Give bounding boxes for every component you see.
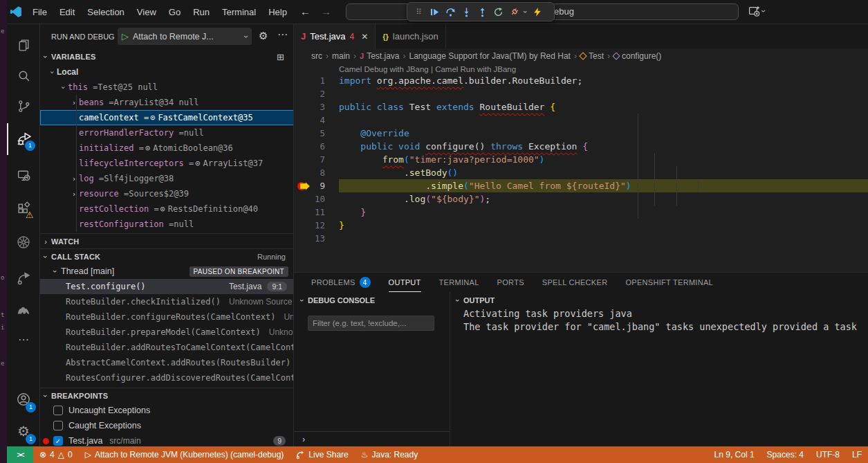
breadcrumb-item[interactable]: Test	[580, 51, 604, 61]
menu-edit[interactable]: Edit	[53, 4, 81, 21]
tab-launch.json[interactable]: {}launch.json	[376, 24, 445, 48]
codelens[interactable]: Camel Debug with JBang | Camel Run with …	[339, 65, 516, 73]
breakpoint-row[interactable]: Caught Exceptions	[40, 418, 294, 433]
hot-code-replace-icon[interactable]	[532, 6, 543, 17]
menu-selection[interactable]: Selection	[81, 4, 130, 21]
layout-controls[interactable]: ›	[748, 5, 765, 17]
debug-settings-gear-icon[interactable]: ⚙	[259, 30, 268, 42]
variable-row-resource[interactable]: ›resource = Sources$2@39	[40, 186, 294, 201]
more-views-icon[interactable]: ⋯	[7, 324, 40, 354]
line-number[interactable]: 6	[294, 140, 325, 153]
chevron-right-icon[interactable]: ›	[69, 98, 79, 107]
breakpoint-row[interactable]: Uncaught Exceptions	[40, 403, 294, 418]
variable-row-lifecycleInterceptors[interactable]: lifecycleInterceptors = ⊙ArrayList@37	[40, 156, 294, 171]
output-pane-header[interactable]: › OUTPUT	[452, 292, 495, 309]
debug-config-dropdown[interactable]: ▷ Attach to Remote J... ›	[118, 28, 252, 45]
remote-indicator[interactable]: ><	[7, 446, 33, 463]
remote-explorer-icon[interactable]	[7, 160, 40, 190]
stack-frame[interactable]: Test.configure()Test.java9:1	[40, 279, 294, 294]
line-number[interactable]: 1	[294, 74, 325, 87]
breadcrumb-item[interactable]: configure()	[613, 51, 661, 61]
stack-frame[interactable]: RouteBuilder.prepareModel(CamelContext)U…	[40, 325, 294, 340]
line-number[interactable]: 11	[294, 206, 325, 219]
variable-row-errorHandlerFactory[interactable]: errorHandlerFactory = null	[40, 125, 294, 140]
breadcrumb-item[interactable]: Language Support for Java(TM) by Red Hat	[409, 51, 571, 61]
pane-divider[interactable]	[450, 292, 450, 447]
camel-icon[interactable]	[7, 294, 40, 325]
kubernetes-icon[interactable]	[7, 227, 40, 257]
stack-frame[interactable]: RouteBuilder.checkInitialized()Unknown S…	[40, 294, 294, 309]
breadcrumb-item[interactable]: main	[332, 51, 350, 61]
variable-row-this[interactable]: ›this = Test@25 null	[40, 80, 294, 95]
line-number[interactable]: 4	[294, 114, 325, 127]
thread-row[interactable]: › Thread [main] PAUSED ON BREAKPOINT	[40, 264, 294, 279]
restart-icon[interactable]	[492, 6, 504, 17]
menu-run[interactable]: Run	[187, 4, 216, 21]
variable-row-restCollection[interactable]: restCollection = ⊙RestsDefinition@40	[40, 201, 294, 217]
watch-section-header[interactable]: › WATCH	[40, 233, 294, 248]
variable-row-Local[interactable]: ›Local	[40, 64, 294, 80]
chevron-right-icon[interactable]: ›	[69, 174, 79, 183]
settings-gear-icon[interactable]: ⚙ 1	[7, 416, 40, 446]
menu-file[interactable]: File	[26, 4, 53, 21]
disconnect-icon[interactable]	[508, 6, 519, 17]
accounts-icon[interactable]: 1	[7, 384, 40, 415]
panel-tab-output[interactable]: OUTPUT	[389, 273, 421, 292]
menu-view[interactable]: View	[131, 4, 163, 21]
line-number[interactable]: 8	[294, 166, 325, 179]
chevron-right-icon[interactable]: ›	[69, 190, 79, 199]
step-over-icon[interactable]	[445, 6, 456, 17]
panel-tab-terminal[interactable]: TERMINAL	[439, 273, 479, 292]
stack-frame[interactable]: RoutesConfigurer.addDiscoveredRoutes(Cam…	[40, 370, 294, 385]
explorer-icon[interactable]	[7, 30, 40, 60]
java-status[interactable]: ♨ Java: Ready	[355, 446, 424, 463]
menu-terminal[interactable]: Terminal	[216, 4, 262, 21]
eye-icon[interactable]: ⊙	[150, 113, 155, 122]
breakpoints-section-header[interactable]: › BREAKPOINTS	[40, 388, 294, 403]
line-number[interactable]: 5	[294, 127, 325, 140]
panel-tab-problems[interactable]: PROBLEMS4	[311, 273, 371, 292]
checkbox[interactable]	[53, 406, 63, 415]
debug-session-status[interactable]: ▷ Attach to Remote JVM (Kubernetes) (cam…	[79, 446, 290, 463]
continue-icon[interactable]	[429, 6, 440, 17]
variable-row-camelContext[interactable]: camelContext = ⊙FastCamelContext@35	[40, 110, 294, 125]
stack-frame[interactable]: RouteBuilder.addRoutesToCamelContext(Cam…	[40, 340, 294, 355]
variable-row-initialized[interactable]: initialized = ⊙AtomicBoolean@36	[40, 140, 294, 156]
search-icon[interactable]	[7, 60, 40, 91]
menu-help[interactable]: Help	[262, 4, 293, 21]
panel-tab-spell-checker[interactable]: SPELL CHECKER	[542, 273, 608, 292]
disconnect-dropdown-icon[interactable]: ›	[521, 10, 530, 13]
debug-console-filter-input[interactable]	[308, 316, 434, 331]
start-debug-icon[interactable]: ▷	[122, 31, 129, 42]
line-number[interactable]: 10	[294, 192, 325, 206]
live-share-activity-icon[interactable]	[7, 263, 40, 293]
breadcrumb-item[interactable]: JTest.java	[360, 51, 399, 61]
menu-go[interactable]: Go	[163, 4, 187, 21]
step-into-icon[interactable]	[461, 6, 472, 17]
line-number[interactable]: 2	[294, 87, 325, 100]
line-number[interactable]: 13	[294, 232, 325, 245]
extensions-icon[interactable]: ⚠	[7, 193, 40, 224]
eye-icon[interactable]: ⊙	[195, 158, 200, 168]
collapse-all-icon[interactable]: ⊞	[277, 52, 284, 62]
status-item-utf-8[interactable]: UTF-8	[810, 446, 846, 463]
chevron-down-icon[interactable]: ›	[59, 82, 68, 92]
breakpoint-row[interactable]: ✓Test.javasrc/main9	[40, 433, 294, 446]
repl-prompt-icon[interactable]: ›	[302, 434, 305, 444]
panel-tab-ports[interactable]: PORTS	[497, 273, 524, 292]
close-icon[interactable]: ✕	[361, 32, 368, 42]
breakpoint-paused-icon[interactable]	[297, 181, 311, 191]
variable-row-restConfiguration[interactable]: restConfiguration = null	[40, 217, 294, 232]
live-share-status[interactable]: Live Share	[290, 446, 354, 463]
status-item-ln[interactable]: Ln 9, Col 1	[708, 446, 761, 463]
eye-icon[interactable]: ⊙	[145, 143, 150, 153]
run-and-debug-icon[interactable]: 1	[7, 124, 40, 154]
eye-icon[interactable]: ⊙	[160, 204, 165, 214]
problems-status[interactable]: ⊗ 4 △ 0	[33, 446, 79, 463]
views-more-actions-icon[interactable]: ⋯	[277, 28, 288, 41]
line-number[interactable]: 12	[294, 219, 325, 232]
source-control-icon[interactable]	[7, 91, 40, 121]
line-number[interactable]: 3	[294, 100, 325, 114]
panel-tab-openshift-terminal[interactable]: OPENSHIFT TERMINAL	[625, 273, 713, 292]
checkbox[interactable]: ✓	[53, 436, 63, 446]
